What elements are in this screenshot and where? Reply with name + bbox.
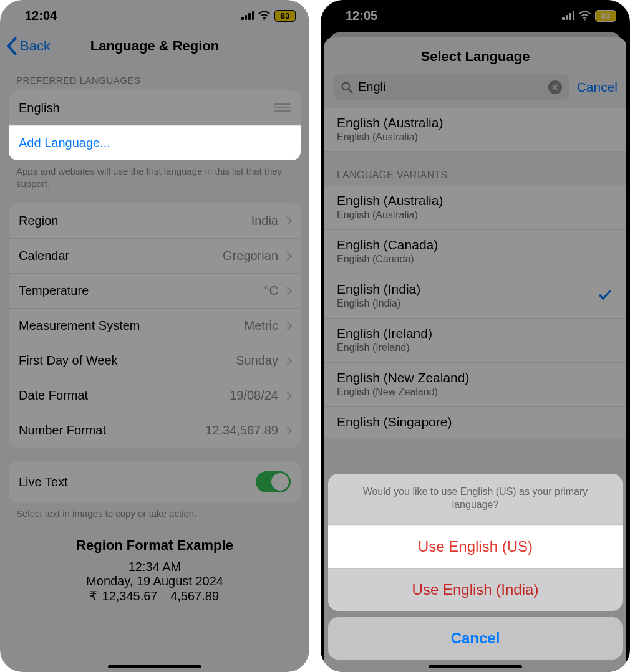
wifi-icon <box>258 11 271 21</box>
status-bar: 12:05 83 <box>321 0 630 31</box>
action-sheet: Would you like to use English (US) as yo… <box>328 474 623 660</box>
chevron-left-icon <box>6 37 17 55</box>
list-item[interactable]: English (Australia) English (Australia) <box>324 108 626 152</box>
status-time: 12:05 <box>346 9 377 23</box>
svg-point-1 <box>584 19 585 21</box>
sheet-title: Select Language <box>324 37 626 74</box>
list-item[interactable]: English (Canada) English (Canada) <box>324 230 626 274</box>
dateformat-row[interactable]: Date Format 19/08/24 <box>9 378 301 413</box>
list-item[interactable]: English (Ireland) English (Ireland) <box>324 319 626 363</box>
region-settings-section: Region India Calendar Gregorian Temperat… <box>9 203 301 448</box>
language-row-english[interactable]: English <box>9 90 301 125</box>
chevron-right-icon <box>283 216 292 225</box>
language-list: English (Australia) English (Australia) … <box>324 108 626 438</box>
region-format-example: Region Format Example 12:34 AM Monday, 1… <box>0 537 309 603</box>
live-text-section: Live Text Select text in images to copy … <box>9 461 301 520</box>
home-indicator[interactable] <box>429 665 522 668</box>
status-icons: 83 <box>562 10 616 22</box>
preferred-languages-section: PREFERRED LANGUAGES English Add Language… <box>9 75 301 190</box>
search-row: ✕ Cancel <box>324 74 626 108</box>
reorder-handle-icon[interactable] <box>274 103 291 112</box>
wifi-icon <box>578 11 591 21</box>
action-sheet-cancel-button[interactable]: Cancel <box>328 617 623 660</box>
home-indicator[interactable] <box>108 665 201 668</box>
checkmark-icon <box>598 287 613 305</box>
section-footer: Apps and websites will use the first lan… <box>9 160 301 190</box>
status-time: 12:04 <box>25 9 57 23</box>
use-english-us-button[interactable]: Use English (US) <box>328 525 623 568</box>
chevron-right-icon <box>283 391 292 400</box>
live-text-toggle[interactable] <box>256 471 291 492</box>
status-icons: 83 <box>241 10 296 22</box>
action-sheet-message: Would you like to use English (US) as yo… <box>328 474 623 525</box>
live-text-row[interactable]: Live Text <box>9 461 301 502</box>
chevron-right-icon <box>283 426 292 434</box>
page-title: Language & Region <box>90 38 220 54</box>
cellular-icon <box>562 11 574 20</box>
battery-icon: 83 <box>274 10 296 22</box>
section-header: PREFERRED LANGUAGES <box>16 75 293 85</box>
chevron-right-icon <box>283 321 292 330</box>
clear-icon[interactable]: ✕ <box>548 80 562 94</box>
search-cancel-button[interactable]: Cancel <box>577 80 618 95</box>
calendar-row[interactable]: Calendar Gregorian <box>9 238 301 273</box>
temperature-row[interactable]: Temperature °C <box>9 273 301 308</box>
search-icon <box>341 81 353 94</box>
add-language-button[interactable]: Add Language... <box>9 125 301 160</box>
chevron-right-icon <box>283 356 292 365</box>
svg-line-3 <box>349 89 352 92</box>
list-item[interactable]: English (Australia) English (Australia) <box>324 186 626 230</box>
back-label: Back <box>20 38 51 54</box>
language-label: English <box>19 101 60 115</box>
region-row[interactable]: Region India <box>9 203 301 238</box>
live-text-footer: Select text in images to copy or take ac… <box>9 502 301 520</box>
search-input[interactable] <box>358 80 543 94</box>
battery-icon: 83 <box>595 10 616 22</box>
chevron-right-icon <box>283 286 292 295</box>
right-screenshot: 12:05 83 Select Language ✕ Cancel Englis… <box>321 0 630 672</box>
nav-bar: Back Language & Region <box>0 31 309 61</box>
status-bar: 12:04 83 <box>0 0 309 31</box>
use-english-india-button[interactable]: Use English (India) <box>328 568 623 611</box>
cellular-icon <box>241 11 254 20</box>
list-item[interactable]: English (New Zealand) English (New Zeala… <box>324 363 626 407</box>
list-section-header: LANGUAGE VARIANTS <box>324 152 626 186</box>
measurement-row[interactable]: Measurement System Metric <box>9 308 301 343</box>
list-item[interactable]: English (Singapore) <box>324 407 626 438</box>
back-button[interactable]: Back <box>6 37 51 55</box>
firstday-row[interactable]: First Day of Week Sunday <box>9 343 301 378</box>
chevron-right-icon <box>283 251 292 260</box>
list-item[interactable]: English (India) English (India) <box>324 274 626 319</box>
numberformat-row[interactable]: Number Format 12,34,567.89 <box>9 413 301 448</box>
left-screenshot: 12:04 83 Back Language & Region PREFERRE… <box>0 0 309 672</box>
svg-point-0 <box>263 19 264 21</box>
search-field[interactable]: ✕ <box>333 74 569 100</box>
svg-point-2 <box>342 82 350 90</box>
